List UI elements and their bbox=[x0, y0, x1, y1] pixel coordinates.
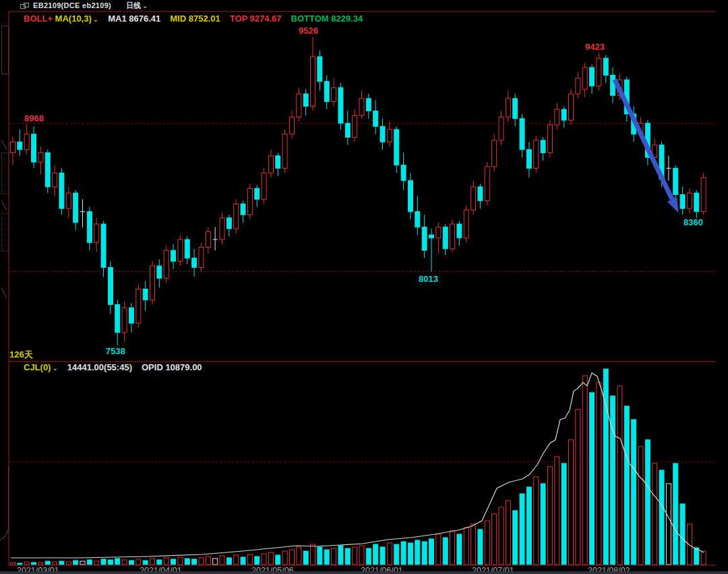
volume-bar bbox=[73, 561, 78, 565]
volume-bar bbox=[101, 559, 106, 565]
candle-body bbox=[555, 109, 559, 125]
volume-bar bbox=[492, 514, 497, 565]
candle-body bbox=[673, 168, 678, 194]
volume-bar bbox=[247, 554, 252, 565]
candle-body bbox=[247, 188, 252, 214]
volume-bar bbox=[562, 463, 566, 565]
candle-body bbox=[499, 117, 504, 140]
candle-body bbox=[73, 193, 78, 223]
candle-body bbox=[276, 156, 280, 168]
candle-body bbox=[394, 130, 399, 165]
candle-body bbox=[32, 134, 36, 162]
volume-bar bbox=[213, 558, 218, 565]
volume-bar bbox=[157, 560, 162, 565]
volume-bar bbox=[659, 470, 664, 565]
candle-body bbox=[255, 188, 260, 199]
chevron-down-icon[interactable]: ⌄ bbox=[93, 16, 98, 23]
volume-bar bbox=[59, 561, 64, 565]
candle-body bbox=[701, 177, 706, 212]
volume-bar bbox=[45, 561, 50, 565]
volume-bar bbox=[534, 477, 539, 565]
candle-body bbox=[415, 212, 420, 227]
bottom-status-strip bbox=[0, 571, 728, 574]
candle-body bbox=[129, 308, 133, 323]
volume-indicator-name[interactable]: CJL(0) bbox=[24, 362, 51, 372]
price-label-9526: 9526 bbox=[299, 26, 318, 36]
volume-bar bbox=[11, 563, 16, 565]
volume-bar bbox=[185, 558, 189, 565]
candle-body bbox=[603, 58, 608, 75]
volume-bar bbox=[206, 556, 210, 565]
candle-body bbox=[687, 193, 692, 208]
chevron-down-icon[interactable]: ⌄ bbox=[52, 364, 57, 372]
volume-bar bbox=[415, 540, 420, 565]
candle-body bbox=[373, 111, 378, 126]
volume-bar bbox=[115, 558, 120, 565]
candle-body bbox=[192, 258, 197, 268]
candle-body bbox=[94, 224, 99, 243]
candle-body bbox=[590, 67, 595, 86]
candle-body bbox=[59, 173, 64, 208]
volume-bar bbox=[632, 420, 636, 565]
volume-bar bbox=[268, 552, 273, 565]
volume-bar bbox=[87, 560, 92, 565]
candle-body bbox=[136, 289, 141, 324]
volume-bar bbox=[401, 542, 406, 565]
indicator-param[interactable]: MA(10,3) bbox=[55, 13, 92, 24]
candle-body bbox=[38, 152, 43, 162]
candle-body bbox=[220, 218, 224, 239]
volume-bar bbox=[408, 543, 413, 565]
candle-body bbox=[303, 94, 308, 106]
volume-bar bbox=[485, 521, 489, 565]
candle-body bbox=[87, 212, 92, 243]
volume-bar bbox=[513, 511, 518, 565]
candle-body bbox=[506, 98, 510, 117]
candle-body bbox=[450, 224, 455, 249]
volume-bar bbox=[478, 529, 483, 565]
candle-body bbox=[157, 266, 162, 278]
candle-body bbox=[408, 181, 413, 212]
volume-bar bbox=[94, 561, 99, 565]
volume-indicator-bar: CJL(0)⌄ 14441.00(55:45) OPID 10879.00 bbox=[24, 362, 202, 372]
volume-bar bbox=[653, 463, 657, 565]
candle-body bbox=[206, 232, 210, 248]
volume-bar bbox=[387, 543, 392, 565]
candle-body bbox=[11, 142, 16, 152]
candle-body bbox=[513, 98, 518, 119]
volume-bar bbox=[324, 550, 329, 565]
volume-bar bbox=[317, 547, 322, 565]
candle-body bbox=[547, 125, 552, 152]
volume-bar bbox=[611, 396, 615, 565]
volume-bar bbox=[255, 556, 260, 565]
volume-bar bbox=[178, 557, 183, 565]
candle-body bbox=[199, 248, 204, 268]
volume-bar bbox=[394, 544, 399, 565]
volume-bar bbox=[18, 563, 22, 565]
volume-value: 14441.00(55:45) bbox=[67, 362, 132, 372]
candle-body bbox=[597, 58, 601, 86]
candle-body bbox=[66, 193, 71, 208]
volume-bar bbox=[192, 559, 197, 565]
volume-bar bbox=[359, 546, 364, 565]
candle-body bbox=[478, 187, 483, 201]
candlestick-chart[interactable] bbox=[0, 0, 728, 574]
indicator-bar: BOLL+ MA(10,3)⌄ MA1 8676.41 MID 8752.01 … bbox=[24, 13, 363, 24]
candle-body bbox=[422, 227, 427, 250]
volume-bar bbox=[32, 563, 36, 565]
volume-bar bbox=[547, 467, 552, 565]
volume-bar bbox=[443, 538, 448, 565]
candle-body bbox=[115, 305, 120, 333]
candle-body bbox=[332, 88, 336, 102]
volume-bar bbox=[520, 494, 524, 565]
price-label-8968: 8968 bbox=[24, 113, 44, 123]
volume-bar bbox=[422, 542, 427, 565]
candle-body bbox=[534, 140, 539, 168]
candle-body bbox=[380, 126, 385, 142]
candle-body bbox=[18, 142, 22, 149]
price-label-9423: 9423 bbox=[585, 42, 605, 52]
volume-bar bbox=[38, 563, 43, 565]
volume-bar bbox=[666, 484, 671, 565]
volume-bar bbox=[276, 555, 280, 565]
volume-bar bbox=[373, 544, 378, 565]
indicator-name[interactable]: BOLL+ bbox=[24, 13, 53, 24]
